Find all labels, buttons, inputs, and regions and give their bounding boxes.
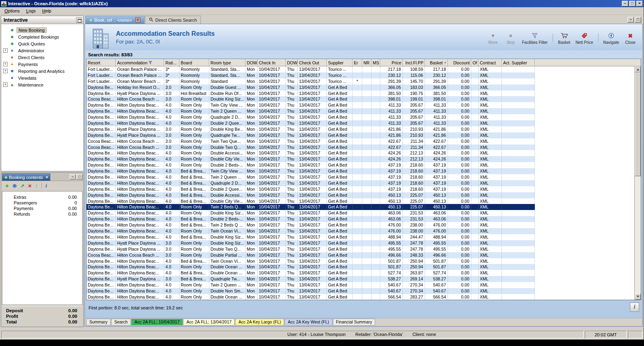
column-header-er[interactable]: Er	[353, 59, 362, 66]
bottom-tab-financial-summary[interactable]: Financial Summary	[333, 319, 376, 325]
close-icon[interactable]: ×	[46, 175, 48, 179]
table-row[interactable]: Fort Lauder...Ocean Manor Beach ...3*Roo…	[87, 78, 641, 84]
bottom-tab-search[interactable]: Search	[111, 319, 131, 325]
sidebar-item-payments[interactable]: +●Payments	[3, 61, 83, 68]
bottom-tab-summary[interactable]: Summary	[86, 319, 111, 325]
bottom-tab-acc-2a-fll-13-04-2017[interactable]: Acc 2A FLL; 13/04/2017	[183, 319, 235, 325]
column-header-price[interactable]: Price	[380, 59, 403, 66]
table-row[interactable]: Daytona Be...Hilton Daytona Beac...4.0Be…	[87, 270, 641, 276]
column-header-act-supplier[interactable]: Act. Supplier	[502, 59, 535, 66]
table-row[interactable]: Daytona Be...Hilton Daytona Beac...4.0Ro…	[87, 102, 641, 108]
column-header-supplier[interactable]: Supplier	[327, 59, 353, 66]
table-row[interactable]: Daytona Be...Hilton Daytona Beac...4.0Ro…	[87, 264, 641, 270]
table-row[interactable]: Daytona Be...Hilton Daytona Beac...4.0Be…	[87, 198, 641, 204]
pane-restore-icon[interactable]: □	[635, 17, 641, 23]
table-row[interactable]: Daytona Be...Hilton Daytona Beac...4.0Be…	[87, 234, 641, 240]
booking-contents-row[interactable]: Refunds0.00	[2, 211, 82, 217]
table-row[interactable]: Daytona Be...Hilton Daytona Beac...4.0Ro…	[87, 210, 641, 216]
table-row[interactable]: Daytona Be...Hilton Daytona Beac...4.0Ro…	[87, 288, 641, 294]
sidebar-item-completed-bookings[interactable]: ♣Completed Bookings	[3, 33, 83, 40]
vertical-scrollbar[interactable]	[634, 66, 641, 300]
column-header-discount[interactable]: Discount	[448, 59, 471, 66]
minimize-icon[interactable]: –	[70, 174, 76, 179]
close-button[interactable]: ✖Close	[622, 31, 639, 45]
bottom-tab-acc-2a-key-largo-fl[interactable]: Acc 2A Key Largo (FL)	[235, 319, 284, 325]
globe-icon[interactable]: ⊕	[12, 183, 17, 188]
column-header-check-in[interactable]: Check In	[258, 59, 286, 66]
expand-plus-icon[interactable]: +	[3, 62, 8, 66]
table-row[interactable]: Cocoa Beac...Hilton Cocoa Beach ...3.0Ro…	[87, 252, 641, 258]
move-up-icon[interactable]: ↑	[35, 183, 38, 188]
expand-plus-icon[interactable]: +	[3, 82, 8, 87]
close-button[interactable]: ×	[636, 1, 643, 6]
sidebar-item-quick-quotes[interactable]: ♣Quick Quotes	[3, 40, 83, 47]
table-row[interactable]: Daytona Be...Hilton Daytona Beac...4.0Ro…	[87, 228, 641, 234]
tab-close-icon[interactable]: ×	[135, 17, 140, 23]
sidebar-item-maintenance[interactable]: +▲Maintenance	[3, 81, 83, 88]
table-row[interactable]: Daytona Be...Hilton Daytona Beac...4.0Be…	[87, 168, 641, 174]
info-icon[interactable]: i	[45, 183, 47, 188]
booking-contents-row[interactable]: Payments0.00	[2, 206, 82, 211]
sidebar-item-new-booking[interactable]: ♣New Booking	[3, 27, 83, 33]
table-row[interactable]: Daytona Be...Hilton Daytona Beac...4.0Be…	[87, 192, 641, 198]
pane-minimize-icon[interactable]: –	[627, 17, 634, 23]
table-row[interactable]: Daytona Be...Hyatt Place Daytona ...3.0R…	[87, 132, 641, 138]
table-row[interactable]: Daytona Be...Hyatt Place Daytona ...3.0B…	[87, 276, 641, 282]
table-row[interactable]: Cocoa Beac...Hilton Cocoa Beach ...3.0Ro…	[87, 138, 641, 144]
table-row[interactable]: Cocoa Beac...Hilton Cocoa Beach ...3.0Ro…	[87, 144, 641, 150]
table-row[interactable]: Fort Lauder...Ocean Beach Palace ...3*Ro…	[87, 66, 641, 72]
column-header-accommodation[interactable]: Accommodation	[116, 59, 164, 66]
column-header-resort[interactable]: Resort	[87, 59, 116, 66]
column-header-basket[interactable]: Basket▼	[425, 59, 448, 66]
transfer-icon[interactable]: ↗	[21, 183, 25, 188]
menu-options[interactable]: Options	[1, 8, 23, 14]
sidebar-item-administrator[interactable]: +♠Administrator	[3, 47, 83, 54]
menu-help[interactable]: Help	[39, 8, 55, 14]
column-header-dow[interactable]: DOW	[246, 59, 258, 66]
facilities-filter-button[interactable]: Facilities Filter	[520, 31, 550, 45]
tab-book-ref-none[interactable]: ♣Book. ref .: <none>×	[85, 16, 144, 24]
table-row[interactable]: Cocoa Beac...Hilton Cocoa Beach ...3.0Ro…	[87, 96, 641, 102]
scrollbar-thumb[interactable]	[635, 72, 641, 176]
bottom-tab-acc-2a-key-west-fl[interactable]: Acc 2A Key West (FL)	[285, 319, 332, 325]
scroll-up-icon[interactable]	[635, 66, 641, 72]
table-row[interactable]: Daytona Be...Hilton Daytona Beac...4.0Be…	[87, 180, 641, 186]
column-header-check-out[interactable]: Check Out	[298, 59, 327, 66]
add-icon[interactable]: +	[5, 183, 9, 189]
panel-collapse-icon[interactable]	[76, 17, 82, 23]
maximize-button[interactable]: □	[629, 1, 636, 6]
table-row[interactable]: Daytona Be...Hilton Daytona Beac...4.0Ro…	[87, 162, 641, 168]
table-row[interactable]: Daytona Be...Hilton Daytona Beac...4.0Ro…	[87, 294, 641, 300]
column-header-of[interactable]: Of	[471, 59, 479, 66]
column-header-board[interactable]: Board	[180, 59, 209, 66]
booking-contents-tab[interactable]: ♣ Booking contents ×	[2, 173, 50, 181]
table-row[interactable]: Daytona Be...Hilton Daytona Beac...4.0Ro…	[87, 114, 641, 120]
column-header-room-type[interactable]: Room type	[209, 59, 246, 66]
minimize-button[interactable]: –	[622, 1, 628, 6]
table-row[interactable]: Daytona Be...Hilton Daytona Beac...4.0Ro…	[87, 204, 641, 210]
delete-icon[interactable]: ×	[28, 183, 32, 189]
table-row[interactable]: Daytona Be...Hilton Daytona Beac...4.0Be…	[87, 186, 641, 192]
column-header-dow[interactable]: DOW	[286, 59, 298, 66]
navigate-button[interactable]: Navigate	[601, 31, 621, 45]
expand-plus-icon[interactable]: +	[3, 48, 8, 53]
expand-plus-icon[interactable]: +	[3, 69, 8, 73]
table-row[interactable]: Daytona Be...Hilton Daytona Beac...4.0Be…	[87, 216, 641, 222]
nett-price-button[interactable]: Nett Price	[574, 31, 595, 45]
table-row[interactable]: Daytona Be...Hyatt Place Daytona ...3.0R…	[87, 246, 641, 252]
table-row[interactable]: Daytona Be...Hilton Daytona Beac...4.0Be…	[87, 222, 641, 228]
info-button[interactable]: i	[630, 303, 639, 312]
column-header-contract[interactable]: Contract	[479, 59, 502, 66]
bottom-tab-acc-2a-fll-10-04-2017[interactable]: Acc 2A FLL; 10/04/2017	[131, 319, 183, 325]
table-row[interactable]: Daytona Be...Hilton Daytona Beac...4.0Ro…	[87, 282, 641, 288]
table-row[interactable]: Daytona Be...Hilton Daytona Beac...4.0Ro…	[87, 156, 641, 162]
table-row[interactable]: Daytona Be...Hilton Daytona Beac...4.0Ro…	[87, 150, 641, 156]
booking-contents-row[interactable]: Passengers0	[2, 200, 82, 206]
restore-icon[interactable]: □	[76, 174, 83, 179]
table-row[interactable]: Daytona Be...Hilton Daytona Beac...4.0Ro…	[87, 108, 641, 114]
scroll-down-icon[interactable]	[635, 294, 641, 300]
table-row[interactable]: Daytona Be...Hilton Daytona Beac...4.0Be…	[87, 174, 641, 180]
menu-logs[interactable]: Logs	[23, 8, 39, 14]
table-row[interactable]: Daytona Be...Hyatt Place Daytona ...3.0R…	[87, 240, 641, 246]
table-row[interactable]: Daytona Be...Hilton Daytona Beac...4.0Ro…	[87, 120, 641, 126]
